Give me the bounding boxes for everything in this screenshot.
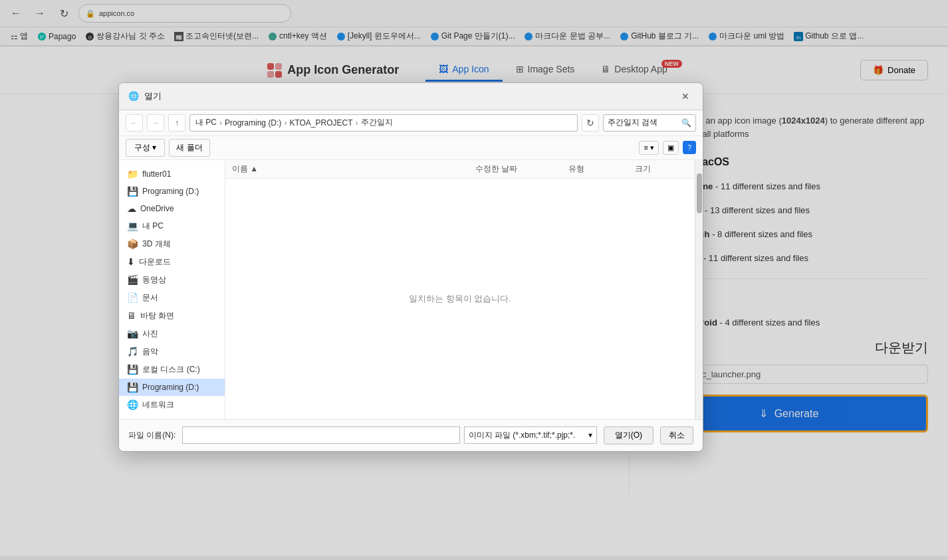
- footer-input-wrap: 이미지 파일 (*.xbm;*.tif;*.pjp;*. ▾: [182, 426, 596, 444]
- dialog-sidebar-programing2-label: Programing (D:): [142, 383, 199, 392]
- col-modified[interactable]: 수정한 날짜: [475, 163, 568, 175]
- pc-icon: 💻: [127, 221, 138, 231]
- breadcrumb-bar: 내 PC › Programing (D:) › KTOA_PROJECT › …: [189, 114, 578, 132]
- dialog-actions: 구성 ▾ 새 폴더 ≡ ▾ ▣ ?: [119, 136, 703, 160]
- dialog-sidebar-music[interactable]: 🎵 음악: [119, 343, 225, 361]
- file-list-header: 이름 ▲ 수정한 날짜 유형 크기: [225, 160, 695, 179]
- dialog-sidebar-photos-label: 사진: [142, 328, 158, 339]
- filetype-label: 이미지 파일 (*.xbm;*.tif;*.pjp;*.: [469, 430, 576, 441]
- dialog-sidebar-desktop[interactable]: 🖥 바탕 화면: [119, 307, 225, 325]
- 3d-icon: 📦: [127, 238, 138, 249]
- dialog-refresh-button[interactable]: ↻: [582, 114, 599, 132]
- dialog-sidebar-docs-label: 문서: [142, 292, 158, 304]
- dialog-up-button[interactable]: ↑: [168, 114, 185, 132]
- breadcrumb-drive: Programing (D:): [225, 118, 281, 128]
- footer-filetype-selector[interactable]: 이미지 파일 (*.xbm;*.tif;*.pjp;*. ▾: [464, 426, 597, 444]
- dialog-sidebar-videos-label: 동영상: [142, 274, 166, 286]
- dialog-title-text: 열기: [144, 90, 162, 102]
- dialog-sidebar-mypc-label: 내 PC: [142, 221, 164, 232]
- dialog-sidebar-onedrive-label: OneDrive: [140, 204, 174, 213]
- dialog-sidebar-photos[interactable]: 📷 사진: [119, 325, 225, 343]
- download-folder-icon: ⬇: [127, 256, 135, 267]
- dialog-sidebar: 📁 flutter01 💾 Programing (D:) ☁ OneDrive…: [119, 160, 225, 419]
- bc-sep-1: ›: [219, 118, 222, 128]
- dialog-sidebar-flutter01[interactable]: 📁 flutter01: [119, 165, 225, 183]
- empty-message: 일치하는 항목이 없습니다.: [409, 293, 511, 305]
- col-type[interactable]: 유형: [568, 163, 635, 175]
- dialog-sidebar-downloads[interactable]: ⬇ 다운로드: [119, 253, 225, 271]
- search-icon: 🔍: [681, 118, 691, 128]
- col-name[interactable]: 이름 ▲: [232, 163, 475, 175]
- dialog-close-button[interactable]: ✕: [677, 88, 693, 104]
- dialog-back-button[interactable]: ←: [126, 114, 143, 132]
- bc-sep-3: ›: [356, 118, 358, 128]
- scroll-indicator: [695, 160, 703, 419]
- breadcrumb-mypc: 내 PC: [195, 117, 217, 128]
- breadcrumb-current: 주간일지: [361, 117, 393, 128]
- dialog-sidebar-localc[interactable]: 💾 로컬 디스크 (C:): [119, 361, 225, 379]
- drive-icon-prog1: 💾: [127, 186, 138, 197]
- col-size[interactable]: 크기: [635, 163, 688, 175]
- dialog-sidebar-videos[interactable]: 🎬 동영상: [119, 271, 225, 289]
- footer-filename-label: 파일 이름(N):: [128, 430, 176, 441]
- dialog-sidebar-music-label: 음악: [142, 346, 158, 357]
- chrome-icon: 🌐: [128, 91, 139, 101]
- scroll-thumb[interactable]: [697, 173, 702, 213]
- search-label: 주간일지 검색: [608, 117, 657, 128]
- file-list-body: 일치하는 항목이 없습니다.: [225, 179, 695, 419]
- compose-button[interactable]: 구성 ▾: [126, 139, 165, 157]
- folder-icon-flutter: 📁: [127, 169, 138, 179]
- dialog-forward-button[interactable]: →: [147, 114, 164, 132]
- filetype-chevron: ▾: [588, 430, 592, 440]
- dialog-sidebar-3d[interactable]: 📦 3D 개체: [119, 235, 225, 253]
- breadcrumb-project: KTOA_PROJECT: [289, 118, 352, 128]
- drive-icon-c: 💾: [127, 364, 138, 375]
- dialog-sidebar-downloads-label: 다운로드: [139, 256, 171, 268]
- dialog-title: 🌐 열기: [128, 90, 162, 102]
- dialog-main: 이름 ▲ 수정한 날짜 유형 크기 일치하는 항목이 없습니다.: [225, 160, 695, 419]
- photos-icon: 📷: [127, 328, 138, 339]
- dialog-toolbar: ← → ↑ 내 PC › Programing (D:) › KTOA_PROJ…: [119, 110, 703, 136]
- footer-filename-input[interactable]: [182, 426, 459, 444]
- dialog-body: 📁 flutter01 💾 Programing (D:) ☁ OneDrive…: [119, 160, 703, 419]
- dialog-sidebar-onedrive[interactable]: ☁ OneDrive: [119, 200, 225, 217]
- view-toggle-button[interactable]: ▣: [663, 141, 679, 155]
- dialog-footer: 파일 이름(N): 이미지 파일 (*.xbm;*.tif;*.pjp;*. ▾…: [119, 419, 703, 451]
- drive-icon-d: 💾: [127, 382, 138, 393]
- new-folder-button[interactable]: 새 폴더: [169, 139, 209, 157]
- dialog-sidebar-3d-label: 3D 개체: [142, 238, 171, 250]
- cancel-button[interactable]: 취소: [660, 426, 693, 444]
- dialog-sidebar-localc-label: 로컬 디스크 (C:): [142, 364, 200, 375]
- video-icon: 🎬: [127, 274, 138, 285]
- dialog-titlebar: 🌐 열기 ✕: [119, 83, 703, 110]
- network-icon: 🌐: [127, 399, 138, 410]
- dialog-sidebar-programing1[interactable]: 💾 Programing (D:): [119, 183, 225, 200]
- music-icon: 🎵: [127, 346, 138, 357]
- file-dialog: 🌐 열기 ✕ ← → ↑ 내 PC › Programing (D:) › KT…: [118, 82, 703, 452]
- dialog-sidebar-network-label: 네트워크: [142, 399, 174, 411]
- dialog-sidebar-programing1-label: Programing (D:): [142, 187, 199, 196]
- view-help-button[interactable]: ?: [683, 141, 696, 154]
- view-details-button[interactable]: ≡ ▾: [639, 141, 658, 155]
- desktop-icon: 🖥: [127, 310, 136, 321]
- dialog-sidebar-programing2[interactable]: 💾 Programing (D:): [119, 379, 225, 396]
- dialog-sidebar-desktop-label: 바탕 화면: [140, 310, 174, 322]
- dialog-sidebar-mypc[interactable]: 💻 내 PC: [119, 217, 225, 235]
- dialog-sidebar-flutter01-label: flutter01: [142, 169, 171, 179]
- dialog-sidebar-network[interactable]: 🌐 네트워크: [119, 396, 225, 414]
- dialog-search-box[interactable]: 주간일지 검색 🔍: [603, 114, 696, 132]
- docs-icon: 📄: [127, 292, 138, 303]
- open-button[interactable]: 열기(O): [604, 426, 653, 444]
- dialog-sidebar-docs[interactable]: 📄 문서: [119, 289, 225, 307]
- onedrive-icon: ☁: [127, 203, 136, 214]
- bc-sep-2: ›: [284, 118, 287, 128]
- dialog-overlay: 🌐 열기 ✕ ← → ↑ 내 PC › Programing (D:) › KT…: [0, 0, 948, 556]
